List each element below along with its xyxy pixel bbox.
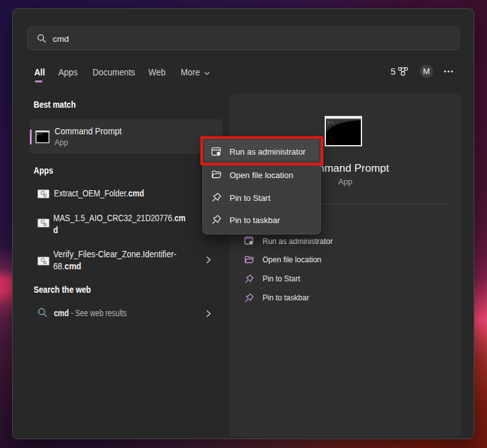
svg-text:C:\_: C:\_ xyxy=(328,121,336,125)
svg-text:C:\_: C:\_ xyxy=(37,133,44,136)
